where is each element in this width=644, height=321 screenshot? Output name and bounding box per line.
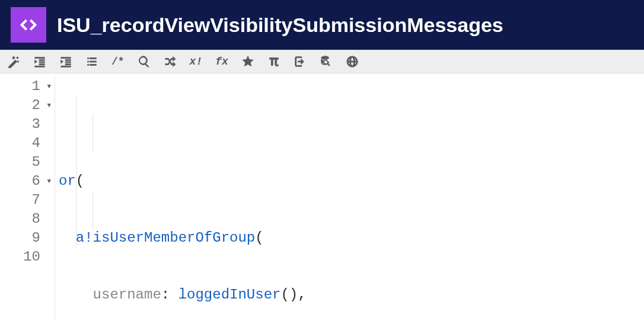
line-number: 9 [0, 229, 40, 248]
list-icon[interactable] [84, 54, 100, 69]
fold-marker-icon[interactable]: ▼ [47, 96, 51, 115]
database-search-icon[interactable] [318, 54, 334, 69]
pi-icon[interactable] [266, 54, 282, 69]
export-icon[interactable] [292, 54, 308, 69]
x-bang-button[interactable]: x! [189, 54, 204, 69]
header-bar: ISU_recordViewVisibilitySubmissionMessag… [0, 0, 644, 50]
fold-marker-icon[interactable]: ▼ [47, 77, 51, 96]
fx-button[interactable]: fx [214, 54, 229, 69]
outdent-icon[interactable] [32, 54, 47, 69]
code-content[interactable]: or( a!isUserMemberOfGroup( username: log… [55, 77, 392, 321]
line-number: 1▼ [0, 77, 40, 96]
page-title: ISU_recordViewVisibilitySubmissionMessag… [57, 14, 503, 37]
globe-icon[interactable] [345, 54, 360, 69]
line-number: 4 [0, 134, 40, 153]
magic-wand-icon[interactable] [6, 54, 21, 69]
editor-toolbar: /* x! fx [0, 50, 644, 73]
line-number: 3 [0, 115, 40, 134]
code-editor[interactable]: 1▼ 2▼ 3 4 5 6▼ 7 8 9 10 or( a!isUserMemb… [0, 73, 644, 321]
star-icon[interactable] [240, 54, 256, 69]
line-number: 10 [0, 248, 40, 267]
search-icon[interactable] [136, 54, 152, 69]
line-number: 2▼ [0, 96, 40, 115]
line-number: 5 [0, 153, 40, 172]
code-icon [11, 7, 46, 43]
indent-icon[interactable] [58, 54, 74, 69]
line-number-gutter: 1▼ 2▼ 3 4 5 6▼ 7 8 9 10 [0, 77, 55, 321]
line-number: 7 [0, 191, 40, 210]
fold-marker-icon[interactable]: ▼ [47, 172, 51, 191]
line-number: 8 [0, 210, 40, 229]
line-number: 6▼ [0, 172, 40, 191]
shuffle-icon[interactable] [162, 54, 178, 69]
comment-button[interactable]: /* [110, 54, 126, 69]
